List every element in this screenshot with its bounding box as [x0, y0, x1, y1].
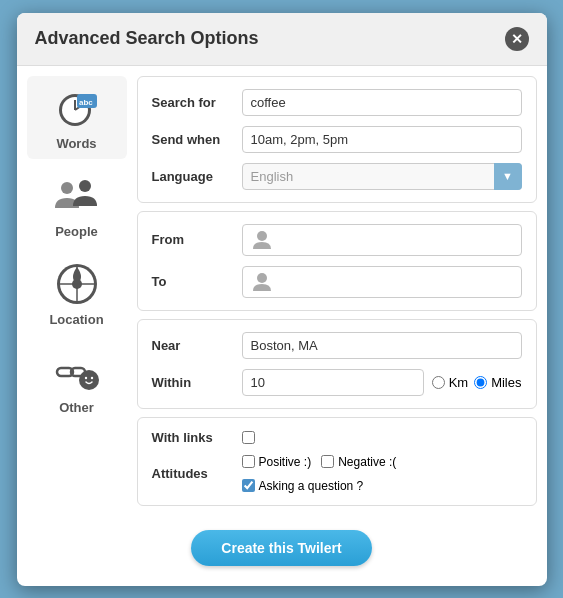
language-select[interactable]: English: [242, 163, 522, 190]
words-section: Search for Send when Language English ▼: [137, 76, 537, 203]
modal: Advanced Search Options ✕ abc Words: [17, 13, 547, 586]
words-icon: abc: [53, 84, 101, 132]
svg-point-17: [90, 376, 92, 378]
asking-option[interactable]: Asking a question ?: [242, 479, 364, 493]
within-input[interactable]: [242, 369, 424, 396]
positive-label: Positive :): [259, 455, 312, 469]
search-for-input[interactable]: [242, 89, 522, 116]
attitudes-row: Attitudes Positive :) Negative :( Ask: [152, 455, 522, 493]
positive-checkbox[interactable]: [242, 455, 255, 468]
search-for-row: Search for: [152, 89, 522, 116]
near-input[interactable]: [242, 332, 522, 359]
from-input-wrapper[interactable]: [242, 224, 522, 256]
negative-option[interactable]: Negative :(: [321, 455, 396, 469]
negative-label: Negative :(: [338, 455, 396, 469]
send-when-row: Send when: [152, 126, 522, 153]
send-when-label: Send when: [152, 132, 232, 147]
location-icon: [53, 260, 101, 308]
with-links-checkbox[interactable]: [242, 431, 255, 444]
near-row: Near: [152, 332, 522, 359]
within-row: Within Km Miles: [152, 369, 522, 396]
send-when-input[interactable]: [242, 126, 522, 153]
people-icon: [53, 172, 101, 220]
km-label: Km: [449, 375, 469, 390]
attitudes-label: Attitudes: [152, 466, 232, 481]
sidebar-item-words[interactable]: abc Words: [27, 76, 127, 159]
attitudes-group: Positive :) Negative :( Asking a questio…: [242, 455, 522, 493]
sidebar-location-label: Location: [49, 312, 103, 327]
other-icon: [53, 348, 101, 396]
svg-point-7: [79, 180, 91, 192]
sidebar-other-label: Other: [59, 400, 94, 415]
sidebar-people-label: People: [55, 224, 98, 239]
asking-checkbox[interactable]: [242, 479, 255, 492]
asking-label: Asking a question ?: [259, 479, 364, 493]
miles-label: Miles: [491, 375, 521, 390]
close-button[interactable]: ✕: [505, 27, 529, 51]
sidebar-words-label: Words: [56, 136, 96, 151]
people-section: From To: [137, 211, 537, 311]
within-label: Within: [152, 375, 232, 390]
km-option[interactable]: Km: [432, 375, 469, 390]
near-label: Near: [152, 338, 232, 353]
to-person-icon: [251, 271, 273, 293]
other-section: With links Attitudes Positive :) Negativ…: [137, 417, 537, 506]
svg-point-6: [61, 182, 73, 194]
with-links-label: With links: [152, 430, 232, 445]
modal-header: Advanced Search Options ✕: [17, 13, 547, 66]
miles-radio[interactable]: [474, 376, 487, 389]
search-for-label: Search for: [152, 95, 232, 110]
km-radio[interactable]: [432, 376, 445, 389]
modal-title: Advanced Search Options: [35, 28, 259, 49]
language-label: Language: [152, 169, 232, 184]
from-row: From: [152, 224, 522, 256]
sidebar-item-people[interactable]: People: [27, 164, 127, 247]
svg-text:abc: abc: [79, 98, 93, 107]
svg-point-15: [79, 370, 99, 390]
to-label: To: [152, 274, 232, 289]
location-section: Near Within Km: [137, 319, 537, 409]
sidebar: abc Words People: [27, 76, 127, 506]
negative-checkbox[interactable]: [321, 455, 334, 468]
svg-point-18: [257, 231, 267, 241]
to-input-wrapper[interactable]: [242, 266, 522, 298]
language-row: Language English ▼: [152, 163, 522, 190]
modal-body: abc Words People: [17, 66, 547, 516]
create-button[interactable]: Create this Twilert: [191, 530, 371, 566]
svg-point-16: [84, 376, 86, 378]
positive-option[interactable]: Positive :): [242, 455, 312, 469]
unit-group: Km Miles: [432, 375, 522, 390]
sidebar-item-location[interactable]: Location: [27, 252, 127, 335]
to-row: To: [152, 266, 522, 298]
from-label: From: [152, 232, 232, 247]
from-person-icon: [251, 229, 273, 251]
svg-point-19: [257, 273, 267, 283]
language-select-wrapper: English ▼: [242, 163, 522, 190]
sidebar-item-other[interactable]: Other: [27, 340, 127, 423]
content-area: Search for Send when Language English ▼: [137, 76, 537, 506]
with-links-row: With links: [152, 430, 522, 445]
within-wrapper: Km Miles: [242, 369, 522, 396]
miles-option[interactable]: Miles: [474, 375, 521, 390]
